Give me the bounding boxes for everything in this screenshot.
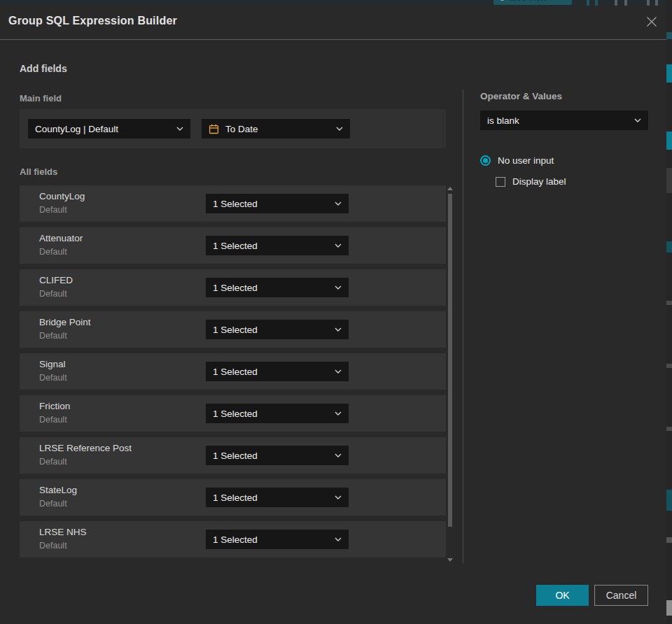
chevron-down-icon [336, 127, 343, 131]
selected-count-dropdown[interactable]: 1 Selected [206, 404, 349, 423]
all-fields-list: CountyLog Default 1 Selected Attenuator … [20, 185, 446, 563]
dialog-header: Group SQL Expression Builder [0, 6, 666, 40]
field-row: CountyLog Default 1 Selected [20, 185, 446, 222]
chevron-down-icon [335, 495, 342, 499]
selected-count-dropdown[interactable]: 1 Selected [206, 278, 349, 297]
main-field-dropdown[interactable]: CountyLog | Default [28, 119, 190, 139]
selected-count-label: 1 Selected [213, 451, 258, 461]
field-row: CLIFED Default 1 Selected [20, 269, 446, 306]
background-fragment [666, 168, 672, 193]
live-view-label: Live view [510, 0, 547, 3]
field-name: Signal [39, 359, 66, 369]
chevron-down-icon [335, 327, 342, 332]
field-name: Bridge Point [39, 317, 91, 327]
operator-dropdown-value: is blank [487, 115, 519, 126]
chevron-down-icon [335, 285, 342, 290]
field-name: CLIFED [39, 275, 73, 285]
toolbar-icon [655, 0, 658, 6]
scrollbar-up-arrow-icon[interactable] [447, 187, 453, 190]
chevron-down-icon [335, 243, 342, 248]
calendar-icon [209, 124, 219, 134]
field-subtitle: Default [39, 541, 67, 551]
toolbar-icon [595, 0, 598, 6]
field-row: Friction Default 1 Selected [20, 395, 446, 432]
live-view-button[interactable]: Live view [493, 0, 572, 5]
selected-count-dropdown[interactable]: 1 Selected [206, 530, 349, 549]
chevron-down-icon [335, 453, 342, 458]
main-field-dropdown-value: CountyLog | Default [35, 124, 118, 134]
toolbar-icon [647, 0, 650, 6]
dialog-title: Group SQL Expression Builder [8, 15, 177, 27]
operator-values-heading: Operator & Values [480, 91, 562, 101]
chevron-down-icon [634, 118, 641, 122]
operator-dropdown[interactable]: is blank [480, 111, 648, 130]
chevron-down-icon [335, 201, 342, 206]
background-fragment [666, 64, 672, 83]
live-dot-icon [500, 0, 505, 1]
field-subtitle: Default [39, 457, 67, 467]
all-fields-label: All fields [20, 166, 57, 177]
selected-count-dropdown[interactable]: 1 Selected [206, 194, 349, 213]
field-subtitle: Default [39, 289, 67, 299]
group-sql-expression-builder-dialog: Group SQL Expression Builder Add fields … [0, 6, 666, 624]
selected-count-dropdown[interactable]: 1 Selected [206, 488, 349, 507]
background-fragment [666, 364, 672, 368]
field-name: LRSE NHS [39, 527, 87, 537]
toolbar-icon [615, 0, 617, 6]
field-subtitle: Default [39, 205, 67, 215]
field-name: LRSE Reference Post [39, 443, 132, 453]
fields-list-scrollbar[interactable] [447, 185, 454, 563]
field-subtitle: Default [39, 373, 67, 383]
background-fragment [666, 32, 672, 39]
selected-count-dropdown[interactable]: 1 Selected [206, 236, 349, 255]
selected-count-dropdown[interactable]: 1 Selected [206, 362, 349, 381]
no-user-input-radio[interactable]: No user input [480, 155, 554, 166]
selected-count-label: 1 Selected [213, 325, 258, 335]
main-field-label: Main field [20, 93, 62, 104]
date-type-dropdown[interactable]: To Date [202, 119, 350, 139]
scrollbar-thumb[interactable] [448, 194, 452, 527]
field-row: StateLog Default 1 Selected [20, 479, 446, 516]
selected-count-dropdown[interactable]: 1 Selected [206, 320, 349, 339]
selected-count-label: 1 Selected [213, 199, 258, 209]
background-fragment [666, 132, 672, 150]
selected-count-label: 1 Selected [213, 409, 258, 419]
background-fragment [666, 537, 672, 543]
add-fields-heading: Add fields [20, 63, 67, 74]
field-name: StateLog [39, 485, 77, 495]
cancel-button[interactable]: Cancel [594, 585, 648, 606]
background-app-right-strip [666, 0, 672, 624]
selected-count-label: 1 Selected [213, 241, 258, 251]
field-subtitle: Default [39, 331, 67, 341]
field-row: Attenuator Default 1 Selected [20, 227, 446, 264]
field-row: LRSE NHS Default 1 Selected [20, 521, 446, 558]
field-subtitle: Default [39, 499, 67, 509]
toolbar-icon [624, 0, 627, 6]
no-user-input-label: No user input [498, 155, 554, 166]
field-subtitle: Default [39, 415, 67, 425]
chevron-down-icon [335, 537, 342, 541]
field-name: Friction [39, 401, 70, 411]
toolbar-icon [587, 0, 589, 6]
main-field-container: CountyLog | Default To Date [20, 109, 446, 148]
date-type-dropdown-value: To Date [225, 124, 258, 134]
selected-count-dropdown[interactable]: 1 Selected [206, 446, 349, 465]
field-row: Signal Default 1 Selected [20, 353, 446, 390]
selected-count-label: 1 Selected [213, 492, 258, 503]
background-app-top-strip: Live view [0, 0, 672, 6]
field-name: Attenuator [39, 233, 83, 243]
selected-count-label: 1 Selected [213, 283, 258, 293]
background-fragment [666, 241, 672, 253]
panel-divider [463, 90, 463, 563]
radio-selected-icon [480, 155, 491, 166]
field-name: CountyLog [39, 191, 85, 201]
field-subtitle: Default [39, 247, 67, 257]
scrollbar-down-arrow-icon[interactable] [447, 558, 453, 562]
close-icon[interactable] [645, 16, 658, 29]
ok-button[interactable]: OK [536, 585, 589, 606]
field-row: LRSE Reference Post Default 1 Selected [20, 437, 446, 474]
selected-count-label: 1 Selected [213, 534, 258, 545]
field-row: Bridge Point Default 1 Selected [20, 311, 446, 348]
background-fragment [666, 301, 672, 305]
display-label-checkbox[interactable]: Display label [496, 176, 566, 187]
